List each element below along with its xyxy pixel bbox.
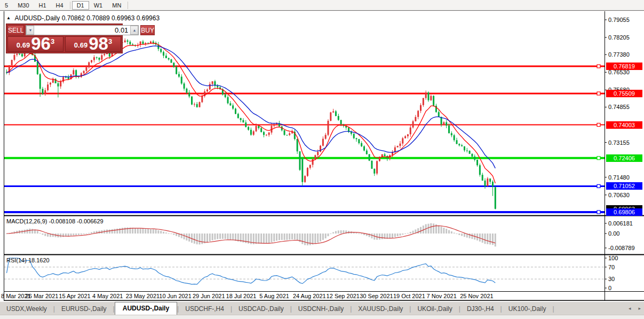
volume-up-button[interactable]: ▲ [130, 26, 138, 35]
sell-price-small: 0.69 [17, 41, 30, 49]
price-axis-tick: 0.73155 [608, 139, 630, 146]
chart-tab-audusd-daily[interactable]: AUDUSD-,Daily [115, 302, 177, 315]
macd-axis-tick: -0.008789 [608, 245, 635, 251]
date-axis-label: 24 Aug 2021 [293, 293, 326, 299]
macd-label: MACD(12,26,9) -0.008108 -0.006629 [6, 218, 104, 224]
price-axis-tick: 0.74855 [608, 104, 630, 110]
buy-price-small: 0.69 [74, 41, 88, 49]
sell-price-tile[interactable]: 0.69 96 3 [7, 36, 63, 52]
buy-price-pip: 3 [108, 37, 112, 45]
price-axis-tick: 0.77380 [608, 51, 630, 58]
chart-tab-uk100-daily[interactable]: UK100-,Daily [502, 304, 553, 315]
buy-price-tile[interactable]: 0.69 98 3 [65, 36, 121, 52]
status-strip [0, 315, 644, 319]
date-axis-label: 25 Nov 2021 [460, 293, 493, 299]
date-axis-label: 10 Jun 2021 [159, 293, 192, 299]
rsi-axis-tick: 30 [608, 276, 615, 282]
tab-scroll-left-icon[interactable]: ◂ [629, 306, 631, 311]
hline-price-label: 0.76819 [606, 63, 642, 70]
date-axis-label: 30 Sep 2021 [360, 293, 393, 299]
hline-price-label: 0.69806 [606, 208, 642, 216]
price-axis-tick: 0.78205 [608, 34, 630, 41]
price-axis-tick: 0.71480 [608, 174, 630, 181]
buy-button[interactable]: BUY [140, 25, 155, 35]
chart-tab-bar: USDX,Weekly|EURUSD-,Daily|AUDUSD-,Daily|… [0, 301, 644, 315]
price-axis-tick: 0.76530 [608, 69, 630, 75]
hline-price-label: 0.72406 [606, 154, 642, 162]
chart-tab-usdchf-h4[interactable]: USDCHF-,H4 [179, 304, 230, 315]
timeframe-button-5[interactable]: 5 [0, 1, 13, 10]
rsi-axis-tick: 100 [608, 255, 618, 261]
chart-symbol-label: AUDUSD-,Daily [15, 14, 60, 22]
terminal-window: 5M30H1H4D1W1MN ▲ AUDUSD-,Daily 0.70862 0… [0, 0, 644, 319]
macd-axis-tick: 0.00 [608, 230, 619, 237]
chart-tab-usdx-weekly[interactable]: USDX,Weekly [0, 304, 53, 315]
date-axis-label: 4 May 2021 [92, 293, 123, 299]
tab-separator: | [552, 305, 554, 315]
tab-scroll-right-icon[interactable]: ▸ [638, 306, 641, 311]
date-axis-label: 23 May 2021 [126, 293, 160, 299]
hline-price-label: 0.71052 [606, 182, 642, 190]
chart-tab-usdcnh-daily[interactable]: USDCNH-,Daily [292, 304, 350, 315]
chart-tab-usdcad-daily[interactable]: USDCAD-,Daily [232, 304, 290, 315]
date-axis-label: 18 Jul 2021 [226, 293, 257, 299]
date-axis-label: 5 Aug 2021 [259, 293, 289, 299]
timeframe-toolbar: 5M30H1H4D1W1MN [0, 0, 644, 11]
timeframe-button-h4[interactable]: H4 [51, 1, 68, 10]
timeframe-button-m30[interactable]: M30 [13, 1, 34, 10]
sell-price-pip: 3 [51, 37, 54, 45]
rsi-label: RSI(14) 18.1620 [6, 257, 50, 263]
price-chart-canvas[interactable] [0, 11, 644, 301]
rsi-axis-tick: 70 [608, 264, 615, 270]
chart-tab-eurusd-daily[interactable]: EURUSD-,Daily [55, 304, 113, 315]
sell-button[interactable]: SELL [7, 25, 24, 35]
collapse-arrow-icon[interactable]: ▲ [6, 15, 11, 20]
buy-price-big: 98 [89, 37, 108, 51]
chart-tab-dj30-h4[interactable]: DJ30-,H4 [460, 304, 500, 315]
date-axis-label: 7 Nov 2021 [427, 293, 457, 299]
toolbar-separator [128, 2, 128, 9]
one-click-trading-panel: SELL ▼ ▲ BUY 0.69 96 3 0.69 98 3 [6, 24, 123, 53]
timeframe-button-mn[interactable]: MN [107, 1, 126, 10]
toolbar-separator [70, 2, 70, 9]
timeframe-button-h1[interactable]: H1 [34, 1, 51, 10]
chart-title: ▲ AUDUSD-,Daily 0.70862 0.70889 0.69963 … [6, 14, 160, 22]
date-axis-label: 26 Mar 2021 [26, 293, 59, 299]
timeframe-button-d1[interactable]: D1 [72, 1, 89, 10]
price-axis-tick: 0.79055 [608, 17, 630, 23]
sell-price-big: 96 [31, 37, 51, 51]
date-axis-label: 29 Jun 2021 [193, 293, 225, 299]
chart-window: ▲ AUDUSD-,Daily 0.70862 0.70889 0.69963 … [0, 11, 644, 301]
date-axis-label: 12 Sep 2021 [327, 293, 360, 299]
price-axis-tick: 0.70630 [608, 192, 630, 198]
macd-axis-tick: 0.006181 [608, 220, 633, 227]
date-axis-label: 19 Oct 2021 [393, 293, 425, 299]
chart-tab-xauusd-daily[interactable]: XAUUSD-,Daily [352, 304, 409, 315]
chart-ohlc-label: 0.70862 0.70889 0.69963 0.69963 [62, 14, 160, 22]
chart-tab-ukoil-daily[interactable]: UKOil-,Daily [411, 304, 458, 315]
hline-price-label: 0.74003 [606, 121, 642, 129]
timeframe-button-w1[interactable]: W1 [89, 1, 108, 10]
rsi-axis-tick: 0 [608, 285, 611, 291]
hline-price-label: 0.75509 [606, 90, 642, 97]
date-axis-label: 15 Apr 2021 [59, 293, 90, 299]
